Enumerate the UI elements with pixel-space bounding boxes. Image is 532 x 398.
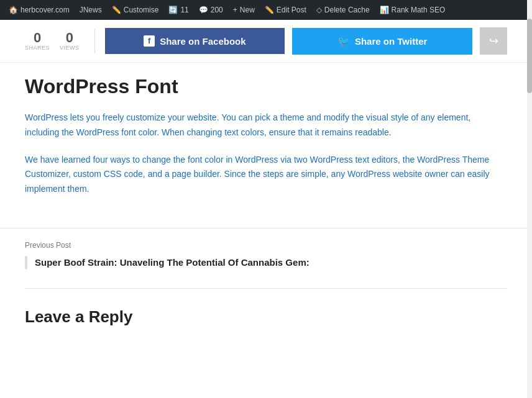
refresh-icon: 🔄	[168, 6, 178, 14]
share-bar: 0 SHARES 0 VIEWS f Share on Facebook 🐦 S…	[0, 20, 532, 63]
main-content: WordPress Font WordPress lets you freely…	[0, 63, 532, 228]
views-count: 0 VIEWS	[60, 31, 80, 51]
post-title: WordPress Font	[25, 75, 507, 98]
comment-icon: 💬	[199, 6, 208, 14]
admin-bar: 🏠 herbcover.com JNews ✏️ Customise 🔄 11 …	[0, 0, 532, 20]
post-body: WordPress lets you freely customize your…	[25, 111, 507, 197]
admin-bar-jnews[interactable]: JNews	[75, 0, 107, 20]
previous-post-section: Previous Post Super Boof Strain: Unaveli…	[0, 228, 532, 283]
admin-bar-site[interactable]: 🏠 herbcover.com	[4, 0, 75, 20]
scrollbar[interactable]	[527, 0, 532, 333]
section-divider	[25, 288, 507, 289]
admin-bar-edit-post[interactable]: ✏️ Edit Post	[260, 0, 311, 20]
admin-bar-rank-math[interactable]: 📊 Rank Math SEO	[375, 0, 451, 20]
admin-bar-delete-cache[interactable]: ◇ Delete Cache	[311, 0, 375, 20]
share-counts: 0 SHARES 0 VIEWS	[25, 31, 80, 51]
reply-icon: ↩	[489, 34, 498, 48]
share-divider	[94, 29, 95, 53]
share-more-button[interactable]: ↩	[480, 27, 507, 55]
admin-bar-comments[interactable]: 💬 200	[194, 0, 228, 20]
share-facebook-button[interactable]: f Share on Facebook	[105, 28, 285, 54]
edit-icon: ✏️	[265, 6, 274, 14]
rankmath-icon: 📊	[380, 6, 389, 14]
shares-count: 0 SHARES	[25, 31, 50, 51]
post-paragraph-1: WordPress lets you freely customize your…	[25, 111, 507, 140]
previous-post-link[interactable]: Super Boof Strain: Unaveling The Potenti…	[25, 256, 507, 270]
pencil-icon: ✏️	[112, 6, 121, 14]
previous-post-title: Super Boof Strain: Unaveling The Potenti…	[35, 256, 310, 270]
admin-bar-refresh[interactable]: 🔄 11	[163, 0, 193, 20]
plus-icon: +	[233, 6, 237, 14]
home-icon: 🏠	[9, 6, 18, 14]
scrollbar-thumb[interactable]	[527, 19, 532, 93]
facebook-icon: f	[144, 35, 155, 47]
previous-post-label: Previous Post	[25, 241, 507, 250]
twitter-icon: 🐦	[337, 35, 350, 47]
leave-reply-section: Leave a Reply	[0, 295, 532, 333]
post-paragraph-2: We have learned four ways to change the …	[25, 153, 507, 197]
leave-reply-title: Leave a Reply	[25, 307, 507, 327]
admin-bar-new[interactable]: + New	[228, 0, 260, 20]
admin-bar-customise[interactable]: ✏️ Customise	[107, 0, 164, 20]
prev-post-bar	[25, 256, 27, 270]
share-twitter-button[interactable]: 🐦 Share on Twitter	[292, 28, 472, 55]
cache-icon: ◇	[316, 6, 322, 14]
